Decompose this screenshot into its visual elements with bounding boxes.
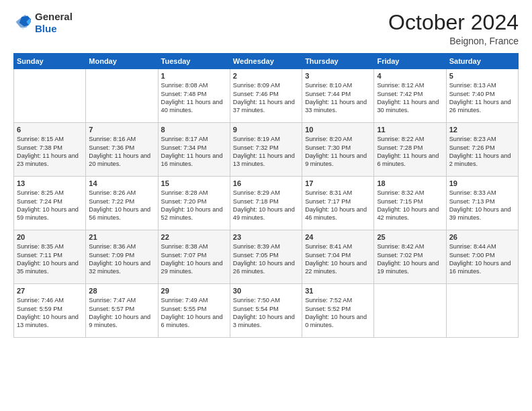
day-info: Sunrise: 8:39 AM Sunset: 7:05 PM Dayligh… <box>233 242 299 276</box>
day-cell: 26Sunrise: 8:44 AM Sunset: 7:00 PM Dayli… <box>446 230 518 284</box>
day-info: Sunrise: 8:15 AM Sunset: 7:38 PM Dayligh… <box>17 135 83 169</box>
day-info: Sunrise: 7:46 AM Sunset: 5:59 PM Dayligh… <box>17 296 83 330</box>
day-cell: 4Sunrise: 8:12 AM Sunset: 7:42 PM Daylig… <box>374 69 446 123</box>
day-cell: 30Sunrise: 7:50 AM Sunset: 5:54 PM Dayli… <box>230 284 302 338</box>
day-info: Sunrise: 8:09 AM Sunset: 7:46 PM Dayligh… <box>233 81 299 115</box>
week-row-1: 1Sunrise: 8:08 AM Sunset: 7:48 PM Daylig… <box>14 69 519 123</box>
day-number: 12 <box>449 126 515 134</box>
day-number: 5 <box>449 72 515 80</box>
day-cell: 24Sunrise: 8:41 AM Sunset: 7:04 PM Dayli… <box>302 230 374 284</box>
day-cell: 20Sunrise: 8:35 AM Sunset: 7:11 PM Dayli… <box>14 230 86 284</box>
day-of-week-sunday: Sunday <box>14 54 86 69</box>
day-number: 7 <box>89 126 154 134</box>
day-cell <box>14 69 86 123</box>
day-cell: 11Sunrise: 8:22 AM Sunset: 7:28 PM Dayli… <box>374 123 446 177</box>
week-row-3: 13Sunrise: 8:25 AM Sunset: 7:24 PM Dayli… <box>14 177 519 230</box>
day-number: 9 <box>233 126 299 134</box>
day-info: Sunrise: 7:52 AM Sunset: 5:52 PM Dayligh… <box>305 296 371 330</box>
day-cell: 1Sunrise: 8:08 AM Sunset: 7:48 PM Daylig… <box>158 69 230 123</box>
day-cell: 25Sunrise: 8:42 AM Sunset: 7:02 PM Dayli… <box>374 230 446 284</box>
day-cell <box>86 69 158 123</box>
day-cell: 9Sunrise: 8:19 AM Sunset: 7:32 PM Daylig… <box>230 123 302 177</box>
logo-general: General <box>35 11 73 22</box>
day-cell: 13Sunrise: 8:25 AM Sunset: 7:24 PM Dayli… <box>14 177 86 230</box>
day-info: Sunrise: 8:31 AM Sunset: 7:17 PM Dayligh… <box>305 189 371 222</box>
logo-icon <box>13 13 32 32</box>
day-info: Sunrise: 8:41 AM Sunset: 7:04 PM Dayligh… <box>305 242 371 276</box>
day-number: 30 <box>233 287 299 295</box>
day-cell: 29Sunrise: 7:49 AM Sunset: 5:55 PM Dayli… <box>158 284 230 338</box>
day-cell: 19Sunrise: 8:33 AM Sunset: 7:13 PM Dayli… <box>446 177 518 230</box>
day-number: 31 <box>305 287 371 295</box>
page-header: General Blue October 2024 Beignon, Franc… <box>13 11 519 46</box>
day-number: 26 <box>449 233 515 241</box>
day-info: Sunrise: 8:08 AM Sunset: 7:48 PM Dayligh… <box>161 81 227 115</box>
calendar-body: 1Sunrise: 8:08 AM Sunset: 7:48 PM Daylig… <box>14 69 519 338</box>
day-number: 28 <box>89 287 154 295</box>
day-number: 8 <box>161 126 227 134</box>
week-row-2: 6Sunrise: 8:15 AM Sunset: 7:38 PM Daylig… <box>14 123 519 177</box>
day-number: 21 <box>89 233 154 241</box>
logo: General Blue <box>13 11 73 35</box>
day-of-week-thursday: Thursday <box>302 54 374 69</box>
day-number: 4 <box>377 72 443 80</box>
logo-blue: Blue <box>35 23 57 34</box>
location: Beignon, France <box>388 36 519 46</box>
days-of-week-row: SundayMondayTuesdayWednesdayThursdayFrid… <box>14 54 519 69</box>
day-info: Sunrise: 8:26 AM Sunset: 7:22 PM Dayligh… <box>89 189 154 222</box>
day-of-week-tuesday: Tuesday <box>158 54 230 69</box>
day-info: Sunrise: 8:20 AM Sunset: 7:30 PM Dayligh… <box>305 135 371 169</box>
week-row-5: 27Sunrise: 7:46 AM Sunset: 5:59 PM Dayli… <box>14 284 519 338</box>
day-info: Sunrise: 8:25 AM Sunset: 7:24 PM Dayligh… <box>17 189 83 222</box>
day-cell: 16Sunrise: 8:29 AM Sunset: 7:18 PM Dayli… <box>230 177 302 230</box>
day-of-week-saturday: Saturday <box>446 54 518 69</box>
day-cell: 2Sunrise: 8:09 AM Sunset: 7:46 PM Daylig… <box>230 69 302 123</box>
month-title: October 2024 <box>388 11 519 34</box>
day-info: Sunrise: 8:23 AM Sunset: 7:26 PM Dayligh… <box>449 135 515 169</box>
day-cell: 8Sunrise: 8:17 AM Sunset: 7:34 PM Daylig… <box>158 123 230 177</box>
day-number: 15 <box>161 179 227 187</box>
day-number: 10 <box>305 126 371 134</box>
day-number: 13 <box>17 179 83 187</box>
day-number: 2 <box>233 72 299 80</box>
title-block: October 2024 Beignon, France <box>388 11 519 46</box>
day-number: 6 <box>17 126 83 134</box>
day-number: 14 <box>89 179 154 187</box>
day-number: 25 <box>377 233 443 241</box>
day-number: 27 <box>17 287 83 295</box>
day-number: 23 <box>233 233 299 241</box>
day-info: Sunrise: 7:49 AM Sunset: 5:55 PM Dayligh… <box>161 296 227 330</box>
day-info: Sunrise: 8:35 AM Sunset: 7:11 PM Dayligh… <box>17 242 83 276</box>
day-of-week-wednesday: Wednesday <box>230 54 302 69</box>
day-info: Sunrise: 8:10 AM Sunset: 7:44 PM Dayligh… <box>305 81 371 115</box>
day-info: Sunrise: 8:32 AM Sunset: 7:15 PM Dayligh… <box>377 189 443 222</box>
day-number: 19 <box>449 179 515 187</box>
day-number: 24 <box>305 233 371 241</box>
day-info: Sunrise: 8:33 AM Sunset: 7:13 PM Dayligh… <box>449 189 515 222</box>
day-info: Sunrise: 8:12 AM Sunset: 7:42 PM Dayligh… <box>377 81 443 115</box>
day-cell: 28Sunrise: 7:47 AM Sunset: 5:57 PM Dayli… <box>86 284 158 338</box>
day-of-week-monday: Monday <box>86 54 158 69</box>
day-cell: 17Sunrise: 8:31 AM Sunset: 7:17 PM Dayli… <box>302 177 374 230</box>
calendar-table: SundayMondayTuesdayWednesdayThursdayFrid… <box>13 53 519 338</box>
day-number: 18 <box>377 179 443 187</box>
day-cell <box>446 284 518 338</box>
day-cell <box>374 284 446 338</box>
day-info: Sunrise: 7:50 AM Sunset: 5:54 PM Dayligh… <box>233 296 299 330</box>
day-info: Sunrise: 8:44 AM Sunset: 7:00 PM Dayligh… <box>449 242 515 276</box>
day-number: 16 <box>233 179 299 187</box>
day-info: Sunrise: 8:38 AM Sunset: 7:07 PM Dayligh… <box>161 242 227 276</box>
day-cell: 27Sunrise: 7:46 AM Sunset: 5:59 PM Dayli… <box>14 284 86 338</box>
day-number: 20 <box>17 233 83 241</box>
day-number: 17 <box>305 179 371 187</box>
day-info: Sunrise: 8:22 AM Sunset: 7:28 PM Dayligh… <box>377 135 443 169</box>
day-cell: 18Sunrise: 8:32 AM Sunset: 7:15 PM Dayli… <box>374 177 446 230</box>
day-cell: 22Sunrise: 8:38 AM Sunset: 7:07 PM Dayli… <box>158 230 230 284</box>
day-info: Sunrise: 8:28 AM Sunset: 7:20 PM Dayligh… <box>161 189 227 222</box>
day-info: Sunrise: 8:19 AM Sunset: 7:32 PM Dayligh… <box>233 135 299 169</box>
day-cell: 10Sunrise: 8:20 AM Sunset: 7:30 PM Dayli… <box>302 123 374 177</box>
day-cell: 3Sunrise: 8:10 AM Sunset: 7:44 PM Daylig… <box>302 69 374 123</box>
day-info: Sunrise: 8:16 AM Sunset: 7:36 PM Dayligh… <box>89 135 154 169</box>
day-cell: 23Sunrise: 8:39 AM Sunset: 7:05 PM Dayli… <box>230 230 302 284</box>
day-of-week-friday: Friday <box>374 54 446 69</box>
